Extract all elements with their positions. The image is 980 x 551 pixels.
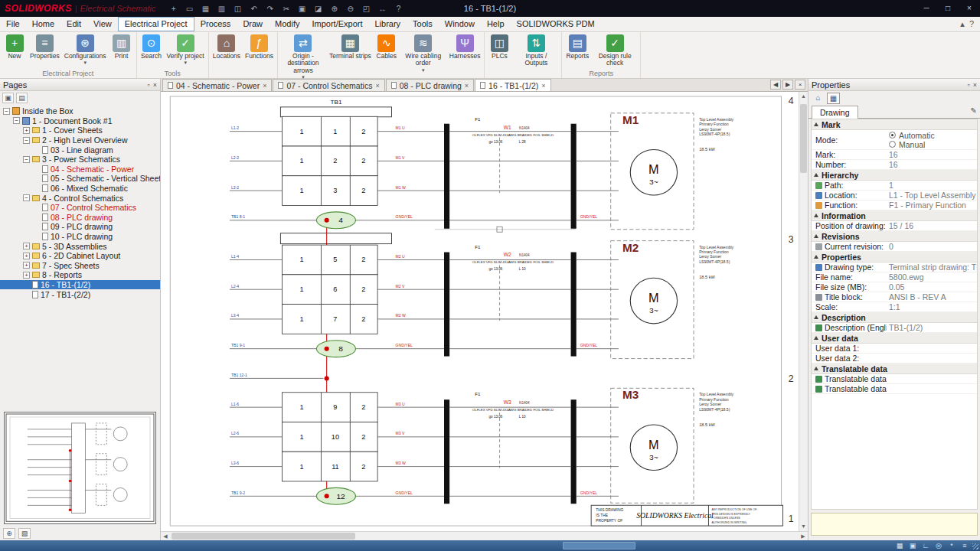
tree-item-17-tb1-2-2[interactable]: 17 - TB1-(2/2) (0, 289, 160, 299)
expander-minus-icon[interactable]: − (3, 108, 10, 115)
help-icon[interactable]: ? (969, 19, 974, 31)
menu-solidworks-pdm[interactable]: SOLIDWORKS PDM (511, 17, 601, 31)
tree-item-09-plc-drawing[interactable]: 09 - PLC drawing (0, 222, 160, 232)
collapse-ribbon-icon[interactable]: ▴ (960, 19, 965, 31)
qat-cut-icon[interactable]: ✂ (281, 5, 292, 13)
functions-button[interactable]: ƒFunctions (243, 33, 276, 60)
object-snap-toggle-icon[interactable]: ◎ (934, 540, 943, 551)
close-tab-icon[interactable]: × (375, 82, 379, 90)
radio-option-automatic[interactable]: Automatic (889, 131, 977, 140)
doc-tab-16-tb1-1-2[interactable]: 16 - TB1-(1/2)× (475, 79, 550, 91)
new-button[interactable]: +New (2, 33, 28, 60)
grid-view-icon[interactable]: ▦ (827, 93, 840, 104)
tree-item-1-document-book-1[interactable]: −1 - Document Book #1 (0, 116, 160, 126)
print-button[interactable]: ▥Print (109, 33, 135, 60)
close-button[interactable]: × (959, 0, 980, 17)
expander-plus-icon[interactable]: + (23, 243, 30, 249)
menu-window[interactable]: Window (439, 17, 481, 31)
drawing-canvas[interactable]: 4321TB1112L1-2M1 U122L2-2M1 V132L3-2M1 W… (161, 92, 799, 531)
tree-item-10-plc-drawing[interactable]: 10 - PLC drawing (0, 232, 160, 242)
close-tab-icon[interactable]: × (541, 82, 545, 90)
qat-paste-icon[interactable]: ◪ (313, 5, 324, 13)
qat-redo-icon[interactable]: ↷ (265, 5, 276, 13)
doc-tab-07-control-schematics[interactable]: 07 - Control Schematics× (273, 79, 384, 91)
reports-button[interactable]: ▤Reports (564, 33, 591, 60)
properties-button[interactable]: ≡Properties (28, 33, 62, 60)
menu-edit[interactable]: Edit (60, 17, 87, 31)
section-translatable-data[interactable]: Translatable data (812, 364, 977, 374)
expander-minus-icon[interactable]: − (13, 117, 20, 124)
book-view-icon[interactable]: ▣ (2, 93, 14, 103)
section-properties[interactable]: Properties (812, 252, 977, 262)
maximize-button[interactable]: □ (937, 0, 959, 17)
close-tab-button[interactable]: × (795, 80, 805, 90)
verify-project-button[interactable]: ✓Verify project▾ (165, 33, 207, 66)
minimize-button[interactable]: ─ (916, 0, 937, 17)
section-hierarchy[interactable]: Hierarchy (812, 170, 977, 181)
expander-plus-icon[interactable]: + (23, 262, 30, 269)
scroll-right-button[interactable]: ▶ (782, 80, 793, 90)
home-view-icon[interactable]: ⌂ (812, 93, 825, 104)
plcs-button[interactable]: ◫PLCs (486, 33, 512, 60)
menu-process[interactable]: Process (194, 17, 237, 31)
qat-undo-icon[interactable]: ↶ (249, 5, 260, 13)
expander-plus-icon[interactable]: + (23, 272, 30, 279)
qat-pan-icon[interactable]: ↔ (377, 5, 388, 13)
horizontal-scrollbar[interactable]: ◀ ▶ (161, 531, 808, 540)
grid-toggle-icon[interactable]: ▦ (895, 540, 904, 551)
pages-pin-icon[interactable]: ▫ (148, 81, 150, 89)
menu-view[interactable]: View (87, 17, 118, 31)
expander-minus-icon[interactable]: − (23, 156, 30, 163)
close-tab-icon[interactable]: × (263, 82, 266, 90)
qat-new-icon[interactable]: + (168, 5, 179, 13)
terminal-strips-button[interactable]: ▦Terminal strips (327, 33, 374, 60)
qat-print-preview-icon[interactable]: ◫ (233, 5, 243, 13)
expander-plus-icon[interactable]: + (23, 253, 30, 259)
design-rule-check-button[interactable]: ✓Design rule check (591, 33, 639, 67)
doc-tab-04-schematic-power[interactable]: 04 - Schematic - Power× (162, 79, 272, 91)
tree-item-16-tb1-1-2[interactable]: 16 - TB1-(1/2) (0, 280, 160, 290)
menu-electrical-project[interactable]: Electrical Project (118, 17, 194, 31)
scroll-down-icon[interactable]: ▼ (799, 522, 808, 531)
polar-toggle-icon[interactable]: * (947, 540, 956, 551)
horizontal-scrollbar-thumb[interactable] (172, 533, 355, 540)
menu-file[interactable]: File (0, 17, 26, 31)
tree-item-1-cover-sheets[interactable]: +1 - Cover Sheets (0, 126, 160, 135)
tree-item-8-reports[interactable]: +8 - Reports (0, 270, 160, 280)
wire-cabling-order-button[interactable]: ≋Wire cabling order▾ (400, 33, 447, 73)
edit-properties-icon[interactable]: ✎ (971, 106, 977, 115)
tree-item-3-power-schematics[interactable]: −3 - Power Schematics (0, 155, 160, 165)
tree-item-7-spec-sheets[interactable]: +7 - Spec Sheets (0, 261, 160, 271)
qat-zoom-in-icon[interactable]: ⊕ (329, 5, 340, 13)
menu-modify[interactable]: Modify (269, 17, 305, 31)
ortho-toggle-icon[interactable]: ∟ (921, 540, 930, 551)
qat-zoom-fit-icon[interactable]: ◰ (361, 5, 372, 13)
inputs-outputs-button[interactable]: ⇅Inputs / Outputs (512, 33, 560, 67)
radio-icon[interactable] (889, 132, 896, 139)
menu-tools[interactable]: Tools (407, 17, 439, 31)
scroll-left-button[interactable]: ◀ (770, 80, 781, 90)
close-tab-icon[interactable]: × (465, 82, 469, 90)
expander-minus-icon[interactable]: − (23, 137, 30, 144)
menu-home[interactable]: Home (26, 17, 60, 31)
tree-item-05-schematic-vertical-sheet[interactable]: 05 - Schematic - Vertical Sheet (0, 174, 160, 184)
pages-close-icon[interactable]: × (153, 81, 157, 89)
origin-destination-arrows-button[interactable]: ⇄Origin - destination arrows▾ (279, 33, 327, 80)
section-description[interactable]: Description (812, 312, 977, 323)
vertical-scrollbar-thumb[interactable] (800, 104, 807, 173)
radio-option-manual[interactable]: Manual (889, 140, 977, 149)
tab-drawing[interactable]: Drawing (812, 106, 858, 119)
tree-item-inside-the-box[interactable]: −Inside the Box (0, 106, 160, 116)
properties-close-icon[interactable]: × (973, 81, 977, 89)
tree-item-6-2d-cabinet-layout[interactable]: +6 - 2D Cabinet Layout (0, 251, 160, 261)
qat-print-icon[interactable]: ▥ (217, 5, 227, 13)
wire-mode-toggle-icon[interactable]: ≡ (960, 540, 969, 551)
doc-tab-08-plc-drawing[interactable]: 08 - PLC drawing× (386, 79, 474, 91)
image-preview-icon[interactable]: ▧ (18, 528, 31, 539)
section-user-data[interactable]: User data (812, 333, 977, 344)
page-thumbnail-preview[interactable] (4, 412, 156, 524)
scroll-up-icon[interactable]: ▲ (799, 92, 808, 101)
configurations-button[interactable]: ⊛Configurations▾ (62, 33, 109, 66)
tree-item-07-control-schematics[interactable]: 07 - Control Schematics (0, 203, 160, 213)
locations-button[interactable]: ⌂Locations (211, 33, 243, 60)
